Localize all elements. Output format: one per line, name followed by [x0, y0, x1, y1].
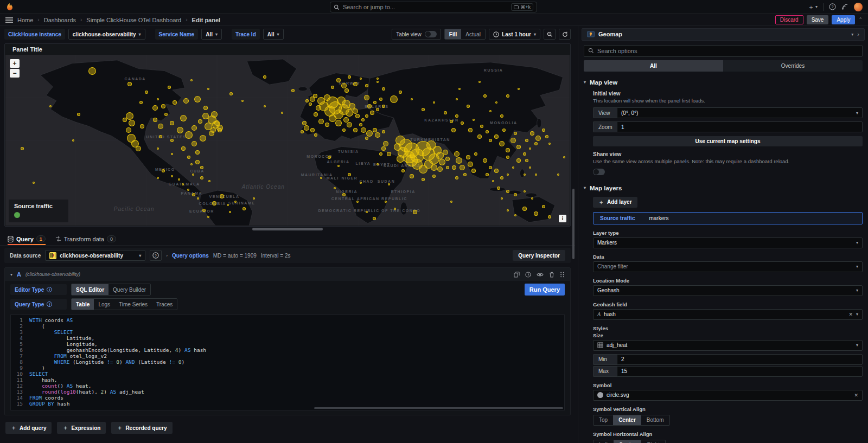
trash-icon[interactable] — [549, 272, 554, 278]
breadcrumb-dashboard-name[interactable]: Simple ClickHouse OTel Dashboard — [86, 17, 181, 23]
options-pane-header[interactable]: Geomap ▾ › — [582, 28, 865, 41]
panel-horizontal-scrollbar[interactable] — [252, 228, 323, 230]
code-scrollbar[interactable] — [314, 407, 563, 409]
size-field-select[interactable]: adj_heat ▾ — [593, 340, 863, 351]
map-marker — [382, 130, 385, 133]
clear-icon[interactable]: ✕ — [854, 393, 858, 398]
apply-button[interactable]: Apply — [832, 15, 855, 24]
geohash-field-select[interactable]: A hash ✕ ▾ — [593, 309, 863, 320]
query-row-header[interactable]: ▾ A (clickhouse-observability) — [5, 268, 570, 281]
sql-editor-option[interactable]: SQL Editor — [72, 284, 108, 295]
table-option[interactable]: Table — [72, 299, 94, 310]
map-marker — [501, 197, 503, 200]
collapse-options-icon[interactable]: ⌃ — [858, 17, 863, 22]
symbol-horizontal-align-group: Left Center Right — [593, 440, 666, 443]
tab-all[interactable]: All — [584, 60, 723, 72]
datasource-help-button[interactable]: ? — [150, 250, 162, 261]
discard-button[interactable]: Discard — [775, 15, 803, 24]
fill-option[interactable]: Fill — [445, 29, 461, 39]
align-bottom-option[interactable]: Bottom — [641, 415, 669, 425]
share-view-toggle[interactable] — [593, 169, 605, 175]
expression-button[interactable]: ＋Expression — [57, 422, 106, 434]
add-query-button[interactable]: ＋Add query — [5, 422, 52, 434]
tab-overrides[interactable]: Overrides — [723, 60, 863, 72]
query-ref-id: A — [17, 271, 21, 278]
map-marker — [468, 128, 473, 132]
align-right-option[interactable]: Right — [641, 440, 665, 443]
query-options-toggle[interactable]: Query options — [172, 253, 209, 259]
query-inspector-button[interactable]: Query Inspector — [513, 250, 565, 261]
save-button[interactable]: Save — [807, 15, 829, 24]
map-marker — [500, 114, 503, 118]
map-marker — [325, 123, 329, 127]
align-left-option[interactable]: Left — [593, 440, 614, 443]
recorded-query-button[interactable]: ＋Recorded query — [111, 422, 172, 434]
chevron-right-icon[interactable]: › — [166, 253, 168, 258]
duplicate-icon[interactable] — [514, 272, 520, 278]
grafana-logo[interactable] — [5, 3, 14, 11]
map-marker — [356, 201, 359, 203]
map-marker — [220, 194, 224, 198]
eye-icon[interactable] — [537, 272, 544, 278]
new-menu-button[interactable]: ＋▾ — [808, 4, 818, 10]
zoom-out-time-button[interactable] — [544, 29, 556, 40]
align-center-option[interactable]: Center — [614, 440, 642, 443]
tab-query[interactable]: Query 1 — [8, 235, 46, 245]
table-view-toggle[interactable] — [425, 31, 437, 37]
geomap-canvas[interactable]: RUSSIACANADAUNITED STATESMEXICOCUBAGUATE… — [5, 55, 570, 226]
datasource-picker[interactable]: clickhouse-observability ▾ — [45, 250, 145, 261]
layer-type-select[interactable]: Markers▾ — [593, 237, 863, 248]
run-query-button[interactable]: Run Query — [525, 284, 565, 296]
options-search-input[interactable]: Search options — [584, 45, 863, 57]
location-mode-select[interactable]: Geohash▾ — [593, 285, 863, 296]
var-trace-id-value[interactable]: All▾ — [263, 29, 284, 40]
max-input[interactable]: 15 — [617, 366, 863, 377]
var-service-name-value[interactable]: All▾ — [201, 29, 222, 40]
map-marker — [525, 159, 528, 162]
map-marker — [514, 193, 517, 196]
history-icon[interactable] — [525, 272, 531, 278]
pane-vertical-scrollbar[interactable] — [572, 189, 575, 259]
traces-option[interactable]: Traces — [152, 299, 177, 310]
view-select[interactable]: (0°, 0°)▾ — [617, 107, 863, 118]
add-layer-button[interactable]: ＋Add layer — [593, 197, 637, 208]
menu-icon[interactable] — [5, 17, 13, 23]
min-input[interactable]: 2 — [617, 354, 863, 365]
time-series-option[interactable]: Time Series — [114, 299, 152, 310]
tab-transform-data[interactable]: Transform data 0 — [55, 235, 116, 245]
map-zoom-in-button[interactable]: + — [10, 59, 20, 68]
use-current-map-settings-button[interactable]: Use current map settings — [593, 136, 863, 146]
time-range-picker[interactable]: Last 1 hour ▾ — [489, 29, 540, 40]
divider — [823, 3, 824, 11]
global-search[interactable]: Search or jump to... ⌘+k — [330, 2, 537, 12]
actual-option[interactable]: Actual — [461, 29, 485, 39]
news-icon[interactable] — [841, 3, 848, 10]
section-map-layers[interactable]: ▾Map layers — [584, 185, 863, 191]
logs-option[interactable]: Logs — [94, 299, 114, 310]
symbol-select[interactable]: circle.svg ✕ — [593, 390, 863, 401]
drag-handle-icon[interactable] — [560, 272, 565, 278]
section-map-view[interactable]: ▾Map view — [584, 79, 863, 86]
refresh-button[interactable] — [559, 29, 571, 40]
map-marker — [335, 120, 342, 126]
align-center-option[interactable]: Center — [613, 415, 641, 425]
chevron-down-icon[interactable]: ▾ — [851, 32, 853, 37]
map-zoom-out-button[interactable]: − — [10, 69, 20, 78]
breadcrumb-dashboards[interactable]: Dashboards — [44, 17, 76, 23]
collapse-pane-icon[interactable]: › — [857, 31, 859, 37]
sql-code-line: 6 geohashEncode(Longitude, Latitude, 4) … — [11, 347, 564, 353]
help-icon[interactable]: ? — [829, 3, 836, 10]
user-avatar[interactable] — [854, 3, 863, 11]
align-top-option[interactable]: Top — [593, 415, 613, 425]
sql-editor[interactable]: 1WITH coords AS2 (3 SELECT4 Latitude,5 L… — [10, 314, 565, 410]
var-clickhouse-instance-value[interactable]: clickhouse-observability▾ — [68, 29, 145, 40]
clear-icon[interactable]: ✕ — [848, 312, 853, 317]
breadcrumb-home[interactable]: Home — [17, 17, 33, 23]
data-filter-select[interactable]: Change filter▾ — [593, 261, 863, 272]
map-marker — [161, 104, 165, 108]
query-builder-option[interactable]: Query Builder — [108, 284, 150, 295]
layer-row-source-traffic[interactable]: Source traffic markers — [593, 212, 863, 224]
map-marker — [187, 156, 190, 159]
map-attribution-button[interactable]: i — [559, 215, 566, 222]
zoom-input[interactable]: 1 — [617, 121, 863, 132]
